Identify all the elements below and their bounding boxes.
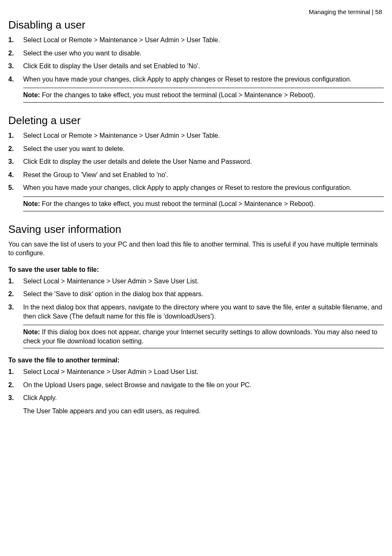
list-item: Select Local or Remote > Maintenance > U… bbox=[8, 131, 384, 140]
list-item: Select Local > Maintenance > User Admin … bbox=[8, 367, 384, 376]
list-item: Select the user you want to delete. bbox=[8, 144, 384, 153]
note-text: For the changes to take effect, you must… bbox=[40, 200, 315, 207]
steps-deleting: Select Local or Remote > Maintenance > U… bbox=[8, 131, 384, 192]
note-text: If this dialog box does not appear, chan… bbox=[23, 328, 378, 345]
note-box-deleting: Note: For the changes to take effect, yo… bbox=[23, 197, 384, 211]
intro-paragraph: You can save the list of users to your P… bbox=[8, 240, 384, 258]
list-item: Click Edit to display the User details a… bbox=[8, 62, 384, 71]
breadcrumb: Managing the terminal | 58 bbox=[309, 8, 382, 15]
list-item: When you have made your changes, click A… bbox=[8, 183, 384, 192]
section-title-disabling: Disabling a user bbox=[8, 19, 384, 31]
note-box-disabling: Note: For the changes to take effect, yo… bbox=[23, 88, 384, 103]
list-item: On the Upload Users page, select Browse … bbox=[8, 381, 384, 390]
steps-save-to-file: Select Local > Maintenance > User Admin … bbox=[8, 277, 384, 321]
note-box-save-to-file: Note: If this dialog box does not appear… bbox=[23, 325, 384, 348]
section-title-deleting: Deleting a user bbox=[8, 114, 384, 127]
list-item: Reset the Group to 'View' and set Enable… bbox=[8, 170, 384, 180]
note-text: For the changes to take effect, you must… bbox=[40, 91, 315, 98]
steps-disabling: Select Local or Remote > Maintenance > U… bbox=[8, 36, 384, 84]
list-item: Select Local or Remote > Maintenance > U… bbox=[8, 36, 384, 45]
list-item: Click Edit to display the user details a… bbox=[8, 157, 384, 166]
note-label: Note: bbox=[23, 200, 40, 207]
subheading-save-to-file: To save the user table to file: bbox=[8, 266, 384, 273]
list-item: Select the user who you want to disable. bbox=[8, 49, 384, 58]
list-item: In the next dialog box that appears, nav… bbox=[8, 303, 384, 321]
list-item: Select the 'Save to disk' option in the … bbox=[8, 290, 384, 299]
note-label: Note: bbox=[23, 328, 40, 336]
list-item: When you have made your changes, click A… bbox=[8, 75, 384, 84]
list-item: Click Apply. bbox=[8, 393, 384, 403]
page-header: Managing the terminal | 58 bbox=[8, 8, 384, 15]
trailing-note: The User Table appears and you can edit … bbox=[23, 407, 384, 416]
section-title-saving: Saving user information bbox=[8, 223, 384, 236]
subheading-save-to-terminal: To save the file to another terminal: bbox=[8, 357, 384, 364]
steps-save-to-terminal: Select Local > Maintenance > User Admin … bbox=[8, 367, 384, 403]
list-item: Select Local > Maintenance > User Admin … bbox=[8, 277, 384, 286]
note-label: Note: bbox=[23, 91, 40, 98]
